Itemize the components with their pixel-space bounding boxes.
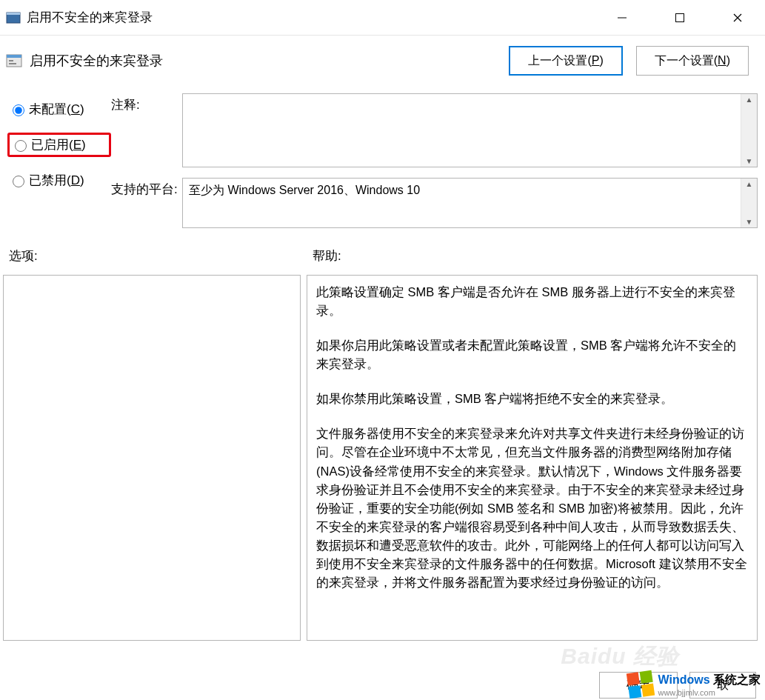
scroll-down-icon[interactable]: ▼: [746, 218, 753, 226]
radio-not-configured[interactable]: 未配置(C): [7, 99, 111, 119]
window-controls: [601, 4, 759, 31]
radio-disabled-input[interactable]: [13, 176, 24, 187]
options-label: 选项:: [9, 247, 313, 264]
window-title: 启用不安全的来宾登录: [27, 9, 601, 26]
help-label: 帮助:: [313, 247, 341, 264]
scroll-up-icon[interactable]: ▲: [746, 180, 753, 188]
maximize-button[interactable]: [658, 4, 701, 31]
titlebar: 启用不安全的来宾登录: [0, 0, 765, 36]
watermark-brand: Windows 系统之家 www.bjjmlv.com: [628, 672, 761, 697]
policy-icon: [6, 53, 22, 69]
svg-rect-3: [676, 13, 684, 21]
radio-not-configured-input[interactable]: [13, 104, 24, 116]
radio-enabled-input[interactable]: [15, 140, 27, 152]
comment-label: 注释:: [111, 93, 182, 113]
minimize-button[interactable]: [601, 4, 644, 31]
next-setting-button[interactable]: 下一个设置(N): [636, 46, 749, 76]
svg-rect-1: [7, 13, 20, 15]
options-panel: [3, 275, 301, 641]
policy-title: 启用不安全的来宾登录: [30, 52, 509, 70]
scroll-down-icon[interactable]: ▼: [746, 157, 753, 165]
svg-rect-9: [9, 63, 16, 64]
help-panel: 此策略设置确定 SMB 客户端是否允许在 SMB 服务器上进行不安全的来宾登录。…: [307, 275, 758, 641]
supported-label: 支持的平台:: [111, 178, 182, 198]
windows-logo-icon: [627, 670, 655, 699]
scroll-up-icon[interactable]: ▲: [746, 96, 753, 104]
watermark-baidu: Baidu 经验: [561, 641, 679, 672]
svg-rect-8: [9, 60, 13, 61]
help-text: 此策略设置确定 SMB 客户端是否允许在 SMB 服务器上进行不安全的来宾登录。…: [316, 283, 748, 592]
window-icon: [6, 10, 21, 25]
state-radio-group: 未配置(C) 已启用(E) 已禁用(D): [7, 93, 111, 204]
prev-setting-button[interactable]: 上一个设置(P): [509, 46, 622, 76]
comment-field[interactable]: ▲ ▼: [182, 93, 758, 167]
supported-platform-field: 至少为 Windows Server 2016、Windows 10 ▲ ▼: [182, 178, 758, 228]
radio-enabled[interactable]: 已启用(E): [7, 133, 111, 157]
close-button[interactable]: [716, 4, 759, 31]
supported-scrollbar[interactable]: ▲ ▼: [741, 179, 757, 227]
comment-scrollbar[interactable]: ▲ ▼: [741, 94, 757, 167]
radio-disabled[interactable]: 已禁用(D): [7, 170, 111, 190]
header: 启用不安全的来宾登录 上一个设置(P) 下一个设置(N): [0, 36, 765, 76]
svg-rect-7: [7, 55, 21, 58]
